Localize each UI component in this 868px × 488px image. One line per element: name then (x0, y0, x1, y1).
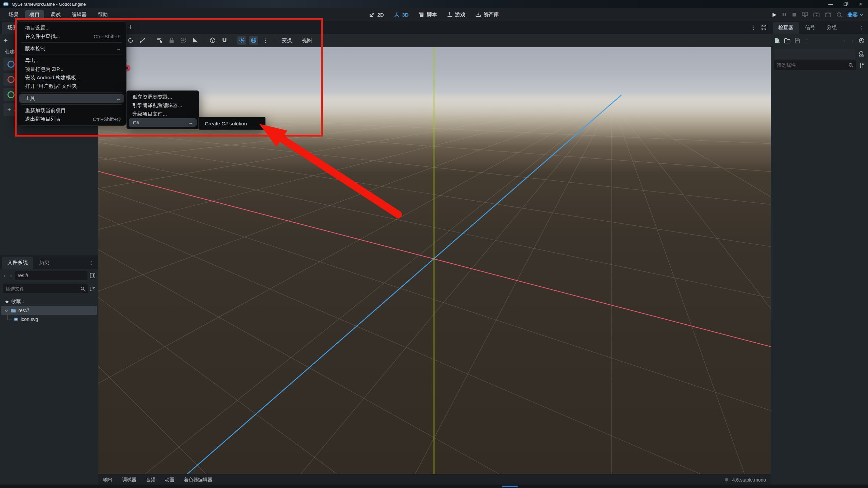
stop-button[interactable] (792, 13, 796, 17)
window-titlebar: MyGFrameworkGame - Godot Engine — × (0, 0, 868, 8)
path-input[interactable] (15, 271, 87, 280)
save-icon[interactable] (794, 38, 800, 44)
close-button[interactable]: × (853, 0, 868, 8)
split-view-icon[interactable] (90, 272, 96, 279)
run-bar: ▶ 兼容 (772, 8, 868, 21)
nav-forward-button[interactable]: › (9, 272, 13, 279)
tab-3d[interactable]: 3D (394, 12, 409, 18)
filter-properties-input[interactable] (774, 60, 856, 70)
node-2d-icon (7, 61, 15, 68)
movie-maker-button[interactable] (836, 12, 842, 18)
play-scene-button[interactable] (813, 12, 820, 17)
godot-logo-icon (3, 1, 9, 7)
history-icon[interactable] (859, 38, 865, 44)
history-back-button[interactable]: ‹ (842, 37, 846, 44)
version-label[interactable]: 4.6.stable.mono (732, 477, 766, 483)
tab-animation[interactable]: 动画 (165, 477, 174, 483)
dock-options-icon[interactable]: ⋮ (859, 25, 866, 34)
bottom-panel-bar: 输出 调试器 音频 动画 着色器编辑器 4.6.stable.mono (98, 474, 771, 485)
renderer-dropdown[interactable]: 兼容 (848, 12, 863, 18)
play-custom-scene-button[interactable] (825, 12, 831, 17)
plus-icon: + (7, 107, 11, 113)
menu-help[interactable]: 帮助 (93, 10, 112, 19)
resource-name-bar[interactable] (774, 49, 855, 59)
filter-files-input[interactable] (3, 284, 88, 293)
load-resource-icon[interactable] (784, 38, 790, 43)
file-tree: ★ 收藏： res:// icon.svg (0, 297, 98, 324)
add-node-button[interactable]: + (3, 37, 8, 44)
context-switcher: 2D 3D 脚本 游戏 资产库 (369, 8, 499, 21)
viewport-options-icon[interactable]: ⋮ (751, 24, 756, 31)
doc-search-icon[interactable]: DOC (858, 51, 865, 57)
play-button[interactable]: ▶ (772, 12, 776, 18)
assetlib-icon (475, 12, 481, 18)
new-resource-icon[interactable] (774, 38, 780, 44)
chevron-down-icon (860, 14, 863, 16)
expand-icon[interactable] (761, 25, 767, 30)
tab-inspector[interactable]: 检查器 (773, 22, 799, 34)
property-tools-icon[interactable] (859, 62, 865, 68)
tab-history[interactable]: 历史 (34, 257, 55, 269)
tab-2d[interactable]: 2D (369, 12, 384, 18)
pause-button[interactable] (782, 12, 787, 17)
tab-filesystem[interactable]: 文件系统 (2, 257, 33, 269)
2d-icon (369, 12, 375, 18)
tab-debugger[interactable]: 调试器 (122, 477, 136, 483)
folder-icon (11, 308, 16, 313)
caret-down-icon[interactable] (5, 309, 8, 312)
godot-file-icon (14, 317, 18, 322)
window-title: MyGFrameworkGame - Godot Engine (12, 2, 86, 7)
menu-project[interactable]: 项目 (25, 10, 44, 19)
notification-bell-icon[interactable] (724, 477, 729, 483)
history-forward-button[interactable]: › (850, 37, 854, 44)
3d-icon (394, 12, 400, 18)
script-icon (419, 12, 424, 18)
search-icon (848, 63, 853, 68)
menu-debug[interactable]: 调试 (46, 10, 65, 19)
play-remote-button[interactable] (802, 12, 808, 17)
filesystem-dock: 文件系统 历史 ⋮ ‹ › ★ 收藏： res:// (0, 256, 98, 485)
search-icon (80, 286, 85, 291)
tab-script[interactable]: 脚本 (419, 12, 437, 18)
game-icon (447, 12, 453, 18)
star-icon: ★ (5, 299, 9, 304)
nav-back-button[interactable]: ‹ (3, 272, 7, 279)
tab-game[interactable]: 游戏 (447, 12, 465, 18)
tab-groups[interactable]: 分组 (821, 22, 842, 34)
restore-icon (844, 2, 848, 6)
inspector-dock: 检查器 信号 分组 ⋮ ⋮ ‹ › DOC (771, 21, 868, 485)
node-3d-icon (7, 76, 15, 83)
svg-text:DOC: DOC (859, 55, 864, 57)
file-row-icon-svg[interactable]: icon.svg (0, 315, 98, 324)
sort-icon[interactable] (90, 286, 96, 291)
dock-options-icon[interactable]: ⋮ (89, 260, 96, 269)
minimize-button[interactable]: — (823, 0, 838, 8)
restore-button[interactable] (838, 0, 853, 8)
menu-editor[interactable]: 编辑器 (67, 10, 91, 19)
tab-output[interactable]: 输出 (103, 477, 113, 483)
tab-signals[interactable]: 信号 (800, 22, 821, 34)
window-bottom-strip (0, 485, 868, 488)
resource-options-icon[interactable]: ⋮ (804, 38, 810, 44)
taskbar-accent (502, 486, 518, 487)
node-ui-icon (7, 91, 15, 98)
annotation-highlight-rectangle (15, 18, 323, 137)
tab-assetlib[interactable]: 资产库 (475, 12, 499, 18)
root-folder-row[interactable]: res:// (1, 306, 97, 315)
favorites-row: ★ 收藏： (0, 297, 98, 306)
tab-audio[interactable]: 音频 (146, 477, 155, 483)
menu-scene[interactable]: 场景 (4, 10, 23, 19)
tab-shader-editor[interactable]: 着色器编辑器 (184, 477, 212, 483)
